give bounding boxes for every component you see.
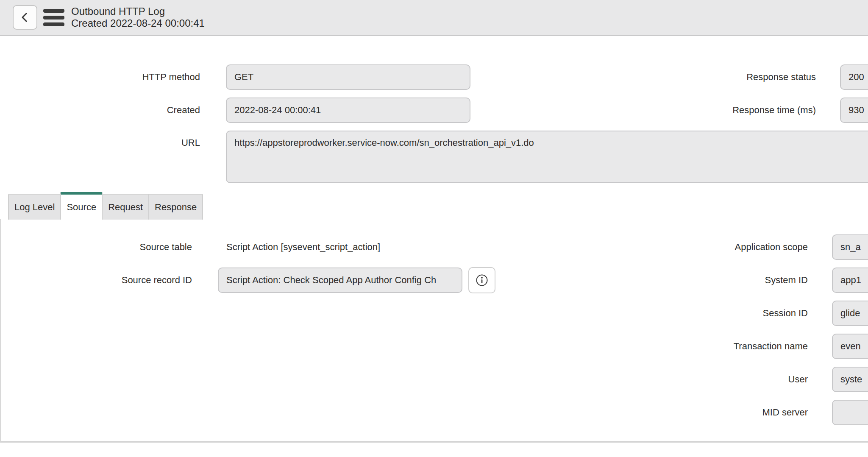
form-row: HTTP method GET Response status 200 bbox=[0, 64, 868, 90]
system-id-field[interactable]: app1 bbox=[832, 268, 868, 293]
url-field[interactable]: https://appstoreprodworker.service-now.c… bbox=[226, 131, 868, 183]
panel-row: Transaction name even bbox=[1, 334, 868, 359]
panel-row: MID server bbox=[1, 400, 868, 425]
panel-row: Source table Script Action [sysevent_scr… bbox=[1, 234, 868, 260]
record-preview-button[interactable] bbox=[468, 267, 495, 293]
source-record-id-label: Source record ID bbox=[1, 275, 192, 286]
tab-response[interactable]: Response bbox=[148, 194, 203, 220]
application-scope-field[interactable]: sn_a bbox=[832, 234, 868, 260]
tab-log-level[interactable]: Log Level bbox=[8, 194, 61, 220]
page-title: Outbound HTTP Log bbox=[71, 6, 205, 17]
source-record-id-field[interactable]: Script Action: Check Scoped App Author C… bbox=[218, 268, 462, 293]
chevron-left-icon bbox=[19, 12, 31, 23]
source-tab-panel: Source table Script Action [sysevent_scr… bbox=[0, 219, 868, 443]
transaction-name-label: Transaction name bbox=[462, 341, 808, 352]
user-field[interactable]: syste bbox=[832, 367, 868, 392]
record-header: Outbound HTTP Log Created 2022-08-24 00:… bbox=[0, 0, 868, 36]
record-form: HTTP method GET Response status 200 Crea… bbox=[0, 36, 868, 443]
session-id-field[interactable]: glide bbox=[832, 301, 868, 326]
form-row: URL https://appstoreprodworker.service-n… bbox=[0, 131, 868, 183]
panel-row: Session ID glide bbox=[1, 301, 868, 326]
response-time-label: Response time (ms) bbox=[470, 105, 816, 116]
http-method-label: HTTP method bbox=[0, 72, 200, 83]
page-subtitle: Created 2022-08-24 00:00:41 bbox=[71, 17, 205, 29]
panel-row: Source record ID Script Action: Check Sc… bbox=[1, 268, 868, 293]
panel-row: User syste bbox=[1, 367, 868, 392]
back-button[interactable] bbox=[13, 5, 37, 30]
response-status-field[interactable]: 200 bbox=[840, 64, 868, 90]
application-scope-label: Application scope bbox=[462, 242, 808, 253]
user-label: User bbox=[462, 374, 808, 385]
mid-server-label: MID server bbox=[462, 407, 808, 418]
created-label: Created bbox=[0, 105, 200, 116]
session-id-label: Session ID bbox=[462, 308, 808, 319]
response-status-label: Response status bbox=[470, 72, 816, 83]
http-method-field[interactable]: GET bbox=[226, 64, 470, 90]
url-label: URL bbox=[0, 137, 200, 148]
tab-strip: Log Level Source Request Response bbox=[8, 192, 868, 220]
system-id-label: System ID bbox=[462, 275, 808, 286]
source-table-label: Source table bbox=[1, 242, 192, 253]
tab-source[interactable]: Source bbox=[60, 192, 103, 220]
hamburger-menu-icon[interactable] bbox=[43, 9, 64, 26]
transaction-name-field[interactable]: even bbox=[832, 334, 868, 359]
title-block: Outbound HTTP Log Created 2022-08-24 00:… bbox=[71, 6, 205, 29]
mid-server-field[interactable] bbox=[832, 400, 868, 425]
created-field[interactable]: 2022-08-24 00:00:41 bbox=[226, 98, 470, 123]
form-row: Created 2022-08-24 00:00:41 Response tim… bbox=[0, 98, 868, 123]
response-time-field[interactable]: 930 bbox=[840, 98, 868, 123]
source-table-value: Script Action [sysevent_script_action] bbox=[218, 242, 380, 253]
tab-request[interactable]: Request bbox=[102, 194, 149, 220]
info-circle-icon bbox=[475, 273, 489, 287]
